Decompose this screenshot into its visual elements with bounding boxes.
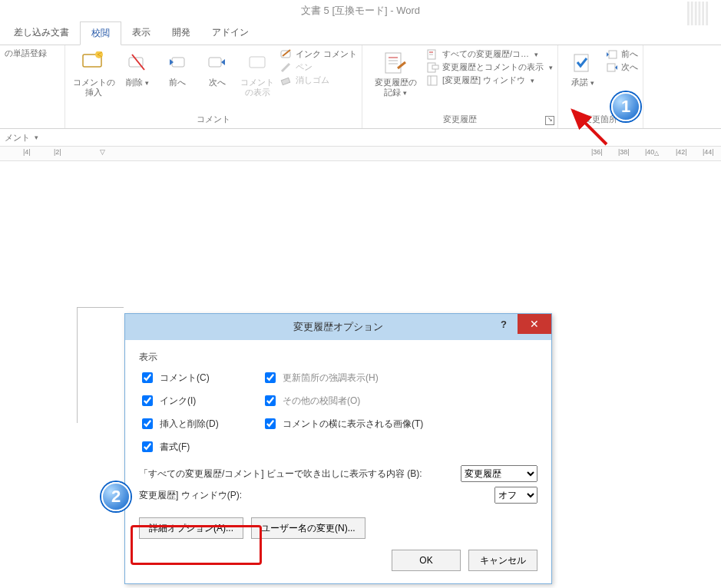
next-icon [204, 50, 230, 76]
track-changes-button[interactable]: 変更履歴の 記録▾ [367, 48, 424, 99]
prev-small-icon [606, 49, 618, 60]
track-changes-options-dialog: 変更履歴オプション ? ✕ 表示 コメント(C) 更新箇所の強調表示(H) イン… [124, 313, 552, 584]
advanced-options-button[interactable]: 詳細オプション(A)... [139, 517, 243, 539]
new-comment-button[interactable]: コメントの 挿入 [70, 48, 117, 99]
pane-icon [427, 75, 439, 86]
group-track-label: 変更履歴 [367, 112, 553, 127]
chk-insdel[interactable]: 挿入と削除(D) [139, 416, 262, 431]
svg-rect-20 [574, 55, 588, 71]
pane-label: 変更履歴] ウィンドウ(P): [139, 489, 490, 502]
show-markup-button[interactable]: 変更履歴とコメントの表示▾ [427, 61, 553, 73]
display-for-review-combo[interactable]: すべての変更履歴/コ…▾ [427, 48, 553, 60]
svg-rect-9 [385, 53, 401, 73]
dialog-close-button[interactable]: ✕ [518, 314, 551, 334]
markup-icon [427, 62, 439, 73]
accept-button[interactable]: 承諾▾ [563, 48, 603, 89]
chk-comments[interactable]: コメント(C) [139, 370, 262, 385]
prev-icon [164, 50, 190, 76]
track-changes-launcher[interactable]: ↘ [545, 116, 554, 125]
svg-rect-21 [609, 51, 617, 58]
track-changes-icon [382, 50, 408, 76]
chk-pictures[interactable]: コメントの横に表示される画像(T) [262, 416, 537, 431]
tab-mailings[interactable]: 差し込み文書 [3, 21, 80, 45]
doc-lines-icon [427, 49, 439, 60]
show-comments-icon [244, 50, 270, 76]
section-display: 表示 [139, 351, 537, 364]
ok-button[interactable]: OK [392, 550, 461, 571]
dialog-help-button[interactable]: ? [501, 319, 507, 330]
close-icon: ✕ [530, 318, 539, 330]
annotation-badge-2: 2 [101, 482, 131, 511]
group-comment-label: コメント [70, 112, 357, 127]
balloon-label: 「すべての変更履歴/コメント] ビューで吹き出しに表示する内容 (B): [139, 467, 456, 481]
change-username-button[interactable]: ユーザー名の変更(N)... [251, 517, 365, 539]
change-prev-button[interactable]: 前へ [606, 48, 638, 60]
reviewing-pane-button[interactable]: [変更履歴] ウィンドウ▾ [427, 74, 553, 86]
change-next-button[interactable]: 次へ [606, 61, 638, 73]
delete-comment-button[interactable]: 削除▾ [117, 48, 157, 89]
prev-comment-button[interactable]: 前へ [157, 48, 197, 89]
svg-rect-22 [607, 64, 615, 71]
show-comments-button[interactable]: コメント の表示 [237, 48, 277, 99]
next-comment-button[interactable]: 次へ [197, 48, 237, 89]
balloon-select[interactable]: 変更履歴 [461, 465, 537, 482]
chk-highlight[interactable]: 更新箇所の強調表示(H) [262, 370, 537, 385]
annotation-arrow [568, 106, 614, 152]
chk-others[interactable]: その他の校閲者(O) [262, 393, 537, 408]
eraser-button[interactable]: 消しゴム [280, 74, 357, 86]
pen-icon [280, 62, 293, 73]
next-small-icon [606, 62, 618, 73]
pen-button[interactable]: ペン [280, 61, 357, 73]
comment-icon [81, 50, 107, 76]
chk-ink[interactable]: インク(I) [139, 393, 262, 408]
watermark: |||||| [685, 0, 707, 21]
svg-rect-18 [428, 76, 437, 85]
tab-review[interactable]: 校閲 [80, 21, 121, 45]
tab-addin[interactable]: アドイン [201, 21, 260, 45]
word-register[interactable]: の単語登録 [5, 48, 47, 58]
eraser-icon [280, 75, 293, 86]
svg-rect-8 [281, 78, 289, 84]
tab-developer[interactable]: 開発 [161, 21, 201, 45]
svg-rect-17 [432, 65, 438, 69]
svg-line-23 [573, 111, 607, 144]
ribbon-tabs: 差し込み文書 校閲 表示 開発 アドイン [0, 21, 721, 45]
tab-view[interactable]: 表示 [121, 21, 161, 45]
delete-icon [124, 50, 150, 76]
document-area: 1 変更履歴オプション ? ✕ 表示 コメント(C) 更新箇所の強調表示(H) … [0, 161, 721, 588]
svg-rect-6 [250, 57, 265, 68]
accept-icon [570, 50, 596, 76]
window-title: 文書 5 [互換モード] - Word|||||| [0, 0, 721, 21]
chk-format[interactable]: 書式(F) [139, 439, 262, 454]
cancel-button[interactable]: キャンセル [468, 550, 537, 571]
svg-rect-5 [209, 58, 221, 67]
svg-rect-4 [172, 58, 184, 67]
annotation-badge-1: 1 [611, 92, 640, 121]
page-edge [77, 307, 124, 423]
ink-icon [280, 49, 293, 60]
pane-select[interactable]: オフ [494, 487, 537, 504]
ink-comment-button[interactable]: インク コメント [280, 48, 357, 60]
dialog-title: 変更履歴オプション ? ✕ [125, 314, 551, 340]
